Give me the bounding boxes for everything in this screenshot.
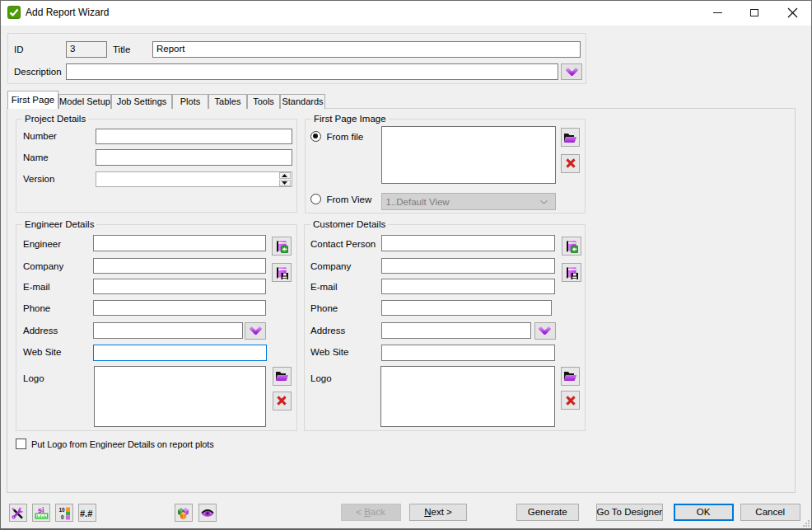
svg-text:#.#: #.# <box>80 509 92 518</box>
svg-text:0: 0 <box>61 514 64 520</box>
svg-text:10: 10 <box>59 507 66 513</box>
